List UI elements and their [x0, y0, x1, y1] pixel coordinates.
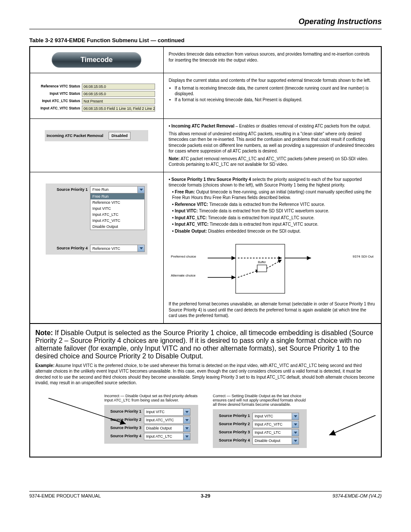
status-row: Input VITC Status06:08:15:05.0 [35, 91, 158, 97]
footer-page: 3-29 [201, 493, 210, 498]
ex-dropdown[interactable]: Input ATC_LTC [144, 433, 190, 440]
ex-note: If Disable Output is selected as the Sou… [35, 329, 373, 360]
atc-panel: Incoming ATC Packet Removal Disabled [45, 130, 148, 141]
pri-b3: • Reference VITC: [172, 202, 209, 207]
ex-dropdown[interactable]: Input ATC_VITC [252, 421, 299, 428]
chevron-down-icon[interactable] [137, 187, 144, 193]
timecode-pill: Timecode [52, 52, 141, 68]
ex-right-hdr: Correct — Setting Disable Output as the … [213, 394, 307, 407]
pri-b2: • Free Run: [172, 190, 195, 194]
ex-dropdown[interactable]: Input VITC [144, 408, 190, 416]
status-value: 06:08:15:05.0 [82, 84, 155, 90]
status-bullet: If a format is not receiving timecode da… [175, 97, 376, 103]
svg-marker-18 [294, 432, 297, 434]
sp4-label: Source Priority 4 [48, 245, 87, 251]
diag-out-label: 9374 SDI Out [353, 255, 374, 259]
timecode-desc: Provides timecode data extraction from v… [163, 47, 381, 73]
failover-diagram: Buffer [169, 236, 376, 301]
ex-bold: Example: [35, 363, 54, 368]
chevron-down-icon[interactable] [292, 429, 299, 436]
atc-label: Incoming ATC Packet Removal [47, 133, 103, 138]
svg-marker-12 [185, 411, 189, 413]
svg-line-11 [329, 415, 376, 435]
status-row: Input ATC_LTC StatusNot Present [35, 98, 158, 104]
example-section: Note: If Disable Output is selected as t… [29, 324, 382, 457]
page-footer: 9374-EMDE PRODUCT MANUAL 3-29 9374-EMDE-… [29, 491, 382, 498]
arrow-right-icon [324, 415, 380, 441]
diag-desc: If the preferred format becomes unavaila… [169, 301, 376, 319]
pri-b4d: Timecode data is extracted from the SD S… [198, 208, 329, 213]
sp4-dropdown[interactable]: Reference VITC [90, 245, 145, 252]
footer-rev: 9374-EMDE-OM (V4.2) [333, 493, 382, 498]
sp-label: Source Priority 1 [215, 413, 250, 418]
atc-note-lbl: Note: [169, 156, 180, 161]
atc-note: ATC packet removal removes ATC_LTC and A… [169, 156, 368, 167]
arrow-left-icon [48, 398, 134, 437]
atc-body: This allows removal of undesired existin… [169, 131, 376, 154]
footer-left: 9374-EMDE PRODUCT MANUAL [29, 493, 101, 498]
status-value: Not Present [82, 98, 155, 104]
chevron-down-icon[interactable] [137, 245, 144, 252]
chevron-down-icon[interactable] [292, 438, 299, 444]
page-header: Operating Instructions [29, 17, 382, 26]
svg-marker-0 [140, 189, 143, 191]
pri-b3d: Timecode data is extracted from the Refe… [208, 202, 325, 207]
chevron-down-icon[interactable] [183, 433, 190, 440]
svg-line-9 [267, 260, 282, 268]
atc-subdesc: – Enables or disables removal of existin… [236, 124, 371, 128]
chevron-down-icon[interactable] [183, 417, 190, 423]
pri-b5: • Input ATC_LTC: [172, 215, 207, 220]
pri-b1: • Source Priority 1 thru Source Priority… [169, 177, 251, 182]
sp-label: Source Priority 3 [215, 429, 250, 434]
status-value: 06:08:15:05.0 [82, 91, 155, 97]
chevron-down-icon[interactable] [292, 421, 299, 428]
svg-marker-13 [185, 419, 189, 421]
svg-marker-15 [185, 436, 189, 438]
pri-b6d: Timecode data is extracted from input AT… [209, 222, 318, 227]
ex-dropdown[interactable]: Input ATC_LTC [252, 429, 299, 436]
chevron-down-icon[interactable] [183, 409, 190, 415]
chevron-down-icon[interactable] [183, 425, 190, 432]
dropdown-list[interactable]: Free Run Reference VITC Input VITC Input… [90, 193, 144, 230]
atc-heading: • Incoming ATC Packet Removal [169, 124, 234, 128]
atc-disabled-button[interactable]: Disabled [109, 132, 131, 140]
priority-panel: Source Priority 1 Free Run Free Run Refe… [46, 184, 147, 255]
table-title: Table 3-2 9374-EMDE Function Submenu Lis… [29, 37, 382, 44]
ex-dropdown[interactable]: Input ATC_VITC [144, 417, 190, 424]
diag-alt-label: Alternate choice [171, 274, 196, 278]
svg-line-7 [238, 270, 259, 277]
svg-marker-1 [140, 247, 143, 249]
ex-dropdown[interactable]: Disable Output [252, 437, 299, 445]
diag-buffer-label: Buffer [258, 261, 266, 264]
ex-dropdown[interactable]: Input VITC [252, 413, 299, 420]
pri-b7d: Disables embedded timecode on the SDI ou… [207, 229, 301, 233]
svg-marker-16 [294, 415, 297, 417]
svg-line-10 [48, 398, 126, 424]
sp1-dropdown[interactable]: Free Run Free Run Reference VITC Input V… [90, 186, 145, 230]
pri-b6: • Input ATC_VITC: [172, 222, 209, 227]
ex-note-b: Note: [35, 329, 53, 336]
sp-label: Source Priority 2 [215, 421, 250, 426]
diag-pref-label: Preferred choice [171, 255, 196, 259]
pri-b5d: Timecode data is extracted from input AT… [207, 215, 314, 220]
function-table: Timecode Provides timecode data extracti… [29, 46, 382, 324]
svg-marker-19 [294, 440, 297, 442]
pri-b4: • Input VITC: [172, 208, 198, 213]
pri-b7: • Disable Output: [172, 229, 207, 233]
ex-dropdown[interactable]: Disable Output [144, 425, 190, 432]
svg-marker-17 [294, 423, 297, 426]
ex-text: Assume Input VITC is the preferred choic… [35, 363, 374, 386]
status-desc: Displays the current status and contents… [169, 78, 376, 84]
pri-b2d: Output timecode is free-running, using a… [172, 190, 372, 200]
svg-rect-8 [257, 265, 267, 272]
header-rule [29, 29, 382, 29]
sp1-label: Source Priority 1 [48, 186, 87, 192]
svg-marker-14 [185, 427, 189, 429]
status-value: 06:08:15:05.0 Field 1 Line 10, Field 2 L… [82, 106, 155, 112]
sp-label: Source Priority 4 [215, 437, 250, 442]
status-bullet: If a format is receiving timecode data, … [175, 85, 376, 97]
chevron-down-icon[interactable] [292, 413, 299, 420]
ex-right-panel: Source Priority 1Input VITC Source Prior… [213, 409, 307, 448]
status-row: Input ATC_VITC Status06:08:15:05.0 Field… [35, 106, 158, 112]
status-row: Reference VITC Status06:08:15:05.0 [35, 84, 158, 90]
